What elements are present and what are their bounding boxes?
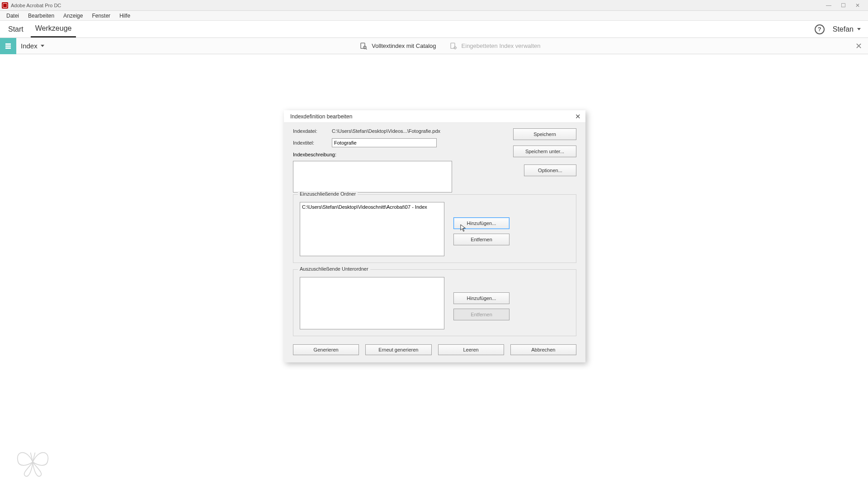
indexfile-label: Indexdatei:: [293, 128, 332, 134]
include-remove-button[interactable]: Entfernen: [453, 234, 509, 245]
app-title: Adobe Acrobat Pro DC: [11, 3, 61, 8]
window-titlebar: Adobe Acrobat Pro DC — ☐ ✕: [0, 0, 868, 11]
menu-edit[interactable]: Bearbeiten: [24, 12, 59, 20]
edit-index-definition-dialog: Indexdefinition bearbeiten ✕ Speichern S…: [284, 110, 585, 362]
menu-view[interactable]: Anzeige: [59, 12, 87, 20]
chevron-down-icon: [41, 45, 44, 47]
close-window-button[interactable]: ✕: [854, 2, 861, 9]
exclude-subfolders-fieldset: Auszuschließende Unterordner Hinzufügen.…: [293, 269, 576, 336]
menu-help[interactable]: Hilfe: [115, 12, 135, 20]
cmd-fulltext-catalog[interactable]: Volltextindex mit Catalog: [359, 42, 436, 51]
indexfile-value: C:\Users\Stefan\Desktop\Videos...\Fotogr…: [332, 128, 440, 134]
close-toolrow-button[interactable]: ✕: [855, 42, 863, 50]
cmd-label: Volltextindex mit Catalog: [372, 42, 436, 49]
include-add-button[interactable]: Hinzufügen...: [453, 217, 509, 229]
user-name: Stefan: [833, 25, 854, 33]
dialog-title-text: Indexdefinition bearbeiten: [290, 113, 352, 120]
app-icon: [2, 2, 8, 9]
user-menu[interactable]: Stefan: [833, 25, 861, 33]
include-folders-fieldset: Einzuschließende Ordner C:\Users\Stefan\…: [293, 194, 576, 263]
tab-tools[interactable]: Werkzeuge: [31, 21, 76, 38]
indextitle-label: Indextitel:: [293, 140, 332, 145]
menubar: Datei Bearbeiten Anzeige Fenster Hilfe: [0, 11, 868, 21]
tool-dropdown[interactable]: Index: [21, 42, 44, 50]
dialog-close-button[interactable]: ✕: [573, 113, 583, 121]
tool-row: Index Volltextindex mit Catalog Eingebet…: [0, 38, 868, 54]
list-item[interactable]: C:\Users\Stefan\Desktop\Videoschnitt\Acr…: [302, 204, 442, 210]
index-tool-icon: [0, 38, 16, 54]
svg-line-6: [33, 453, 35, 462]
tab-start[interactable]: Start: [4, 21, 28, 38]
dialog-titlebar: Indexdefinition bearbeiten ✕: [284, 110, 585, 123]
cursor-icon: [460, 224, 467, 232]
menu-window[interactable]: Fenster: [87, 12, 115, 20]
butterfly-watermark: [14, 445, 52, 479]
include-folders-listbox[interactable]: C:\Users\Stefan\Desktop\Videoschnitt\Acr…: [300, 202, 444, 256]
clear-button[interactable]: Leeren: [438, 344, 504, 355]
maximize-button[interactable]: ☐: [840, 2, 846, 9]
exclude-add-button[interactable]: Hinzufügen...: [453, 292, 509, 304]
tool-name: Index: [21, 42, 38, 50]
description-textarea[interactable]: [293, 161, 452, 192]
include-legend: Einzuschließende Ordner: [298, 191, 358, 197]
document-search-icon: [359, 42, 368, 51]
exclude-subfolders-listbox[interactable]: [300, 277, 444, 329]
subnav: Start Werkzeuge ? Stefan: [0, 21, 868, 38]
cancel-button[interactable]: Abbrechen: [510, 344, 576, 355]
svg-line-5: [31, 453, 33, 462]
minimize-button[interactable]: —: [826, 2, 832, 9]
chevron-down-icon: [857, 28, 861, 30]
options-button[interactable]: Optionen...: [524, 164, 576, 176]
exclude-legend: Auszuschließende Unterordner: [298, 266, 370, 272]
cmd-label: Eingebetteten Index verwalten: [462, 42, 541, 49]
help-icon[interactable]: ?: [815, 24, 825, 34]
generate-button[interactable]: Generieren: [293, 344, 359, 355]
exclude-remove-button: Entfernen: [453, 309, 509, 320]
save-button[interactable]: Speichern: [513, 128, 576, 140]
menu-file[interactable]: Datei: [2, 12, 24, 20]
svg-rect-0: [361, 43, 365, 48]
regenerate-button[interactable]: Erneut generieren: [365, 344, 431, 355]
svg-line-2: [366, 48, 367, 49]
document-gear-icon: [449, 42, 458, 51]
cmd-embedded-index: Eingebetteten Index verwalten: [449, 42, 541, 51]
save-as-button[interactable]: Speichern unter...: [513, 145, 576, 157]
indextitle-input[interactable]: [332, 138, 437, 147]
